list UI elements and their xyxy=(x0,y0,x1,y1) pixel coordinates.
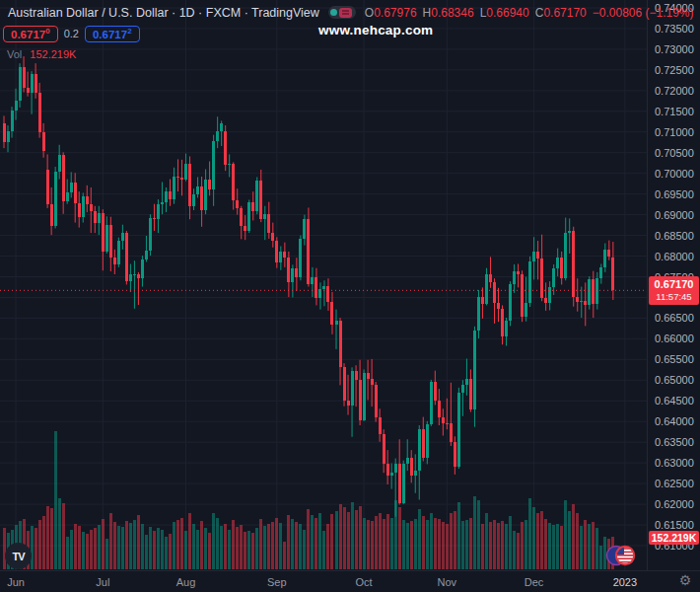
volume-bar xyxy=(592,522,595,569)
volume-bar xyxy=(402,520,405,569)
candle-body xyxy=(402,464,405,503)
candle-body xyxy=(592,279,595,303)
volume-bar xyxy=(220,526,223,569)
volume-bar xyxy=(271,522,274,569)
candle-body xyxy=(343,367,346,401)
volume-bar xyxy=(339,504,342,569)
volume-bar xyxy=(588,524,591,569)
high-value: 0.68346 xyxy=(431,6,473,20)
candle-body xyxy=(102,213,105,251)
plot-svg[interactable] xyxy=(0,0,647,570)
candle-body xyxy=(390,473,393,476)
time-axis-label: 2023 xyxy=(603,576,647,588)
candle-body xyxy=(611,258,614,291)
candle-body xyxy=(113,258,116,264)
candle-body xyxy=(477,297,480,331)
volume-axis-badge: 152.219K xyxy=(649,531,699,545)
volume-bar xyxy=(450,513,453,569)
volume-bar xyxy=(279,523,282,569)
buy-ask-button[interactable]: 0.67172 xyxy=(85,26,140,42)
volume-bar xyxy=(117,526,120,569)
volume-bar xyxy=(113,522,116,569)
candle-body xyxy=(109,225,112,259)
candle-body xyxy=(133,274,136,275)
volume-bar xyxy=(355,510,358,569)
volume-bar xyxy=(70,530,73,569)
low-value: 0.66940 xyxy=(486,6,528,20)
candle-body xyxy=(50,204,53,226)
candle-body xyxy=(347,401,350,406)
candle-body xyxy=(446,423,449,424)
volume-bar xyxy=(255,528,258,569)
volume-bar xyxy=(493,520,496,569)
candle-body xyxy=(90,204,93,211)
symbol-title[interactable]: Australian Dollar / U.S. Dollar · 1D · F… xyxy=(8,6,319,20)
candle-body xyxy=(275,241,278,262)
bar-countdown: 11:57:45 xyxy=(649,291,699,302)
price-tick-label: 0.72000 xyxy=(655,85,694,97)
candle-body xyxy=(58,155,61,172)
market-status-pill[interactable] xyxy=(328,6,356,19)
volume-bar xyxy=(169,534,172,569)
candle-body xyxy=(137,274,140,278)
volume-bar xyxy=(291,519,294,569)
volume-bar xyxy=(430,513,433,569)
volume-bar xyxy=(259,519,262,569)
volume-bar xyxy=(564,500,567,569)
volume-bar xyxy=(98,525,101,569)
candle-body xyxy=(418,429,421,471)
candle-body xyxy=(180,178,183,180)
audusd-flags-icon xyxy=(605,543,637,568)
candle-body xyxy=(564,233,567,278)
candle-body xyxy=(121,233,124,240)
price-axis[interactable]: 0.67170 11:57:45 152.219K 0.740000.73500… xyxy=(647,0,700,570)
volume-bar xyxy=(426,520,429,569)
candle-body xyxy=(15,101,18,111)
volume-bar xyxy=(157,528,160,569)
candle-body xyxy=(528,261,531,303)
candle-body xyxy=(426,424,429,458)
volume-bar xyxy=(35,528,37,569)
volume-bar xyxy=(595,528,598,569)
candle-body xyxy=(184,164,187,180)
volume-bar xyxy=(505,524,508,569)
candle-body xyxy=(584,301,587,305)
candle-body xyxy=(473,331,476,410)
candle-body xyxy=(267,214,270,234)
sell-bid-button[interactable]: 0.67170 xyxy=(3,26,58,42)
volume-bar xyxy=(232,520,235,569)
candle-body xyxy=(176,177,179,178)
candle-body xyxy=(367,373,370,379)
candle-body xyxy=(386,464,389,476)
volume-bar xyxy=(351,502,354,569)
candle-body xyxy=(23,67,26,88)
volume-bar xyxy=(66,537,69,569)
volume-bar xyxy=(125,521,128,569)
time-axis-label: Nov xyxy=(425,576,468,588)
volume-bar xyxy=(46,506,49,569)
gear-icon[interactable]: ⚙ xyxy=(672,569,698,591)
candle-body xyxy=(355,371,358,380)
volume-bar xyxy=(544,519,547,569)
candle-body xyxy=(117,241,120,264)
candle-body xyxy=(192,194,195,207)
volume-bar xyxy=(299,524,302,569)
volume-bar xyxy=(247,531,250,569)
volume-bar xyxy=(318,513,321,569)
candle-body xyxy=(335,321,338,326)
candle-body xyxy=(11,111,14,131)
volume-bar xyxy=(438,519,441,569)
tradingview-logo[interactable]: TV xyxy=(5,543,32,569)
volume-bar xyxy=(295,522,298,569)
candle-body xyxy=(560,258,563,278)
candle-body xyxy=(501,309,504,336)
price-tick-label: 0.68000 xyxy=(655,251,694,262)
volume-bar xyxy=(568,511,571,569)
volume-bar xyxy=(540,511,543,569)
time-axis[interactable]: JunJulAugSepOctNovDec2023 xyxy=(0,570,700,592)
volume-bar xyxy=(62,503,65,569)
volume-bar xyxy=(410,521,413,569)
candle-body xyxy=(326,286,329,302)
volume-bar xyxy=(267,524,270,569)
volume-bar xyxy=(343,507,346,569)
